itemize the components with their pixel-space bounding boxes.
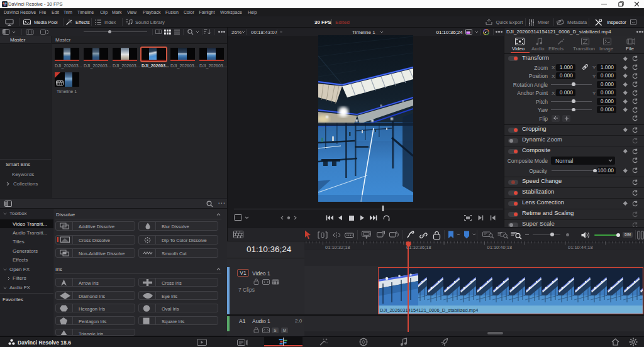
svg-text:DJI_20260314154121_0006_D_stab: DJI_20260314154121_0006_D_stabilized.mp4 (380, 307, 478, 313)
svg-text:FPS: FPS (467, 31, 470, 34)
